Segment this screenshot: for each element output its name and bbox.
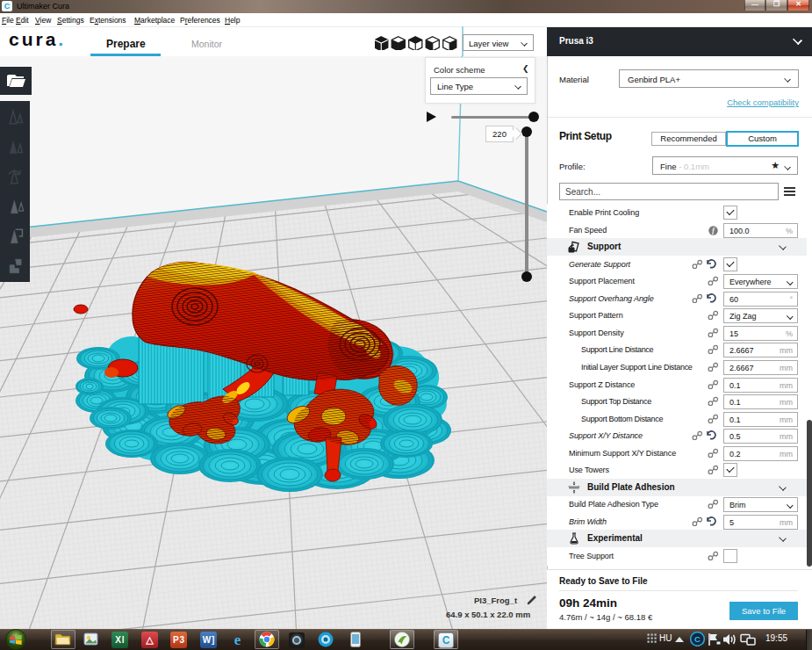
svg-text:C: C — [694, 634, 701, 644]
